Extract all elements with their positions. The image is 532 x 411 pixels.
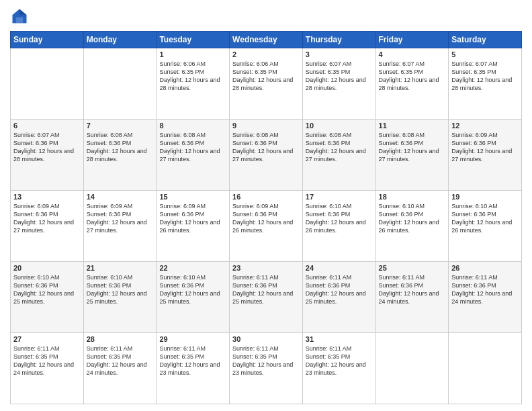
weekday-friday: Friday (375, 32, 449, 48)
day-number: 2 (232, 50, 300, 58)
day-info: Sunrise: 6:07 AMSunset: 6:35 PMDaylight:… (306, 60, 373, 93)
week-row-4: 20Sunrise: 6:10 AMSunset: 6:36 PMDayligh… (11, 262, 522, 333)
calendar-cell: 6Sunrise: 6:07 AMSunset: 6:36 PMDaylight… (11, 120, 84, 191)
weekday-tuesday: Tuesday (157, 32, 230, 48)
day-number: 27 (13, 335, 81, 343)
calendar-cell: 5Sunrise: 6:07 AMSunset: 6:35 PMDaylight… (449, 48, 522, 120)
calendar-cell: 12Sunrise: 6:09 AMSunset: 6:36 PMDayligh… (449, 120, 522, 191)
day-number: 25 (379, 264, 446, 272)
calendar-cell: 26Sunrise: 6:11 AMSunset: 6:36 PMDayligh… (449, 262, 522, 333)
week-row-5: 27Sunrise: 6:11 AMSunset: 6:35 PMDayligh… (11, 333, 522, 404)
day-number: 7 (87, 122, 154, 130)
day-info: Sunrise: 6:08 AMSunset: 6:36 PMDaylight:… (232, 131, 300, 164)
day-number: 5 (451, 50, 519, 58)
weekday-monday: Monday (83, 32, 157, 48)
weekday-wednesday: Wednesday (230, 32, 303, 48)
calendar-table: SundayMondayTuesdayWednesdayThursdayFrid… (10, 31, 522, 404)
day-info: Sunrise: 6:11 AMSunset: 6:35 PMDaylight:… (306, 345, 373, 377)
calendar-cell: 7Sunrise: 6:08 AMSunset: 6:36 PMDaylight… (83, 120, 157, 191)
svg-rect-2 (16, 17, 24, 24)
day-number: 4 (379, 50, 446, 58)
day-info: Sunrise: 6:07 AMSunset: 6:36 PMDaylight:… (13, 131, 81, 164)
weekday-saturday: Saturday (449, 32, 522, 48)
calendar-cell: 16Sunrise: 6:09 AMSunset: 6:36 PMDayligh… (230, 191, 303, 262)
logo (10, 7, 32, 26)
day-info: Sunrise: 6:11 AMSunset: 6:36 PMDaylight:… (232, 273, 300, 306)
day-number: 20 (13, 264, 81, 272)
day-number: 17 (306, 193, 373, 201)
day-info: Sunrise: 6:08 AMSunset: 6:36 PMDaylight:… (87, 131, 154, 164)
calendar-cell: 17Sunrise: 6:10 AMSunset: 6:36 PMDayligh… (302, 191, 375, 262)
weekday-thursday: Thursday (302, 32, 375, 48)
svg-marker-1 (19, 9, 27, 15)
calendar-cell: 13Sunrise: 6:09 AMSunset: 6:36 PMDayligh… (11, 191, 84, 262)
day-info: Sunrise: 6:09 AMSunset: 6:36 PMDaylight:… (451, 131, 519, 164)
calendar-cell: 9Sunrise: 6:08 AMSunset: 6:36 PMDaylight… (230, 120, 303, 191)
day-number: 12 (451, 122, 519, 130)
day-number: 22 (159, 264, 226, 272)
calendar-cell: 20Sunrise: 6:10 AMSunset: 6:36 PMDayligh… (11, 262, 84, 333)
day-info: Sunrise: 6:09 AMSunset: 6:36 PMDaylight:… (13, 202, 81, 235)
day-info: Sunrise: 6:09 AMSunset: 6:36 PMDaylight:… (232, 202, 300, 235)
day-info: Sunrise: 6:10 AMSunset: 6:36 PMDaylight:… (306, 202, 373, 235)
calendar-cell: 14Sunrise: 6:09 AMSunset: 6:36 PMDayligh… (83, 191, 157, 262)
logo-icon (10, 7, 29, 26)
week-row-1: 1Sunrise: 6:06 AMSunset: 6:35 PMDaylight… (11, 48, 522, 120)
day-number: 10 (306, 122, 373, 130)
calendar-cell: 19Sunrise: 6:10 AMSunset: 6:36 PMDayligh… (449, 191, 522, 262)
calendar-cell: 3Sunrise: 6:07 AMSunset: 6:35 PMDaylight… (302, 48, 375, 120)
week-row-2: 6Sunrise: 6:07 AMSunset: 6:36 PMDaylight… (11, 120, 522, 191)
day-number: 16 (232, 193, 300, 201)
day-number: 31 (306, 335, 373, 343)
day-number: 15 (159, 193, 226, 201)
day-number: 3 (306, 50, 373, 58)
weekday-sunday: Sunday (11, 32, 84, 48)
calendar-cell: 23Sunrise: 6:11 AMSunset: 6:36 PMDayligh… (230, 262, 303, 333)
day-info: Sunrise: 6:11 AMSunset: 6:35 PMDaylight:… (13, 345, 81, 377)
day-info: Sunrise: 6:10 AMSunset: 6:36 PMDaylight:… (159, 273, 226, 306)
calendar-cell: 2Sunrise: 6:06 AMSunset: 6:35 PMDaylight… (230, 48, 303, 120)
day-number: 24 (306, 264, 373, 272)
day-info: Sunrise: 6:11 AMSunset: 6:36 PMDaylight:… (451, 273, 519, 306)
day-info: Sunrise: 6:11 AMSunset: 6:35 PMDaylight:… (87, 345, 154, 377)
calendar-cell: 10Sunrise: 6:08 AMSunset: 6:36 PMDayligh… (302, 120, 375, 191)
day-info: Sunrise: 6:08 AMSunset: 6:36 PMDaylight:… (379, 131, 446, 164)
day-number: 9 (232, 122, 300, 130)
day-number: 1 (159, 50, 226, 58)
day-info: Sunrise: 6:10 AMSunset: 6:36 PMDaylight:… (451, 202, 519, 235)
calendar-cell: 15Sunrise: 6:09 AMSunset: 6:36 PMDayligh… (157, 191, 230, 262)
day-info: Sunrise: 6:08 AMSunset: 6:36 PMDaylight:… (306, 131, 373, 164)
day-number: 13 (13, 193, 81, 201)
day-number: 29 (159, 335, 226, 343)
calendar-cell: 1Sunrise: 6:06 AMSunset: 6:35 PMDaylight… (157, 48, 230, 120)
calendar-cell (375, 333, 449, 404)
day-info: Sunrise: 6:11 AMSunset: 6:35 PMDaylight:… (232, 345, 300, 377)
day-number: 30 (232, 335, 300, 343)
calendar-cell: 24Sunrise: 6:11 AMSunset: 6:36 PMDayligh… (302, 262, 375, 333)
week-row-3: 13Sunrise: 6:09 AMSunset: 6:36 PMDayligh… (11, 191, 522, 262)
day-info: Sunrise: 6:11 AMSunset: 6:36 PMDaylight:… (379, 273, 446, 306)
calendar-cell (449, 333, 522, 404)
calendar-cell: 11Sunrise: 6:08 AMSunset: 6:36 PMDayligh… (375, 120, 449, 191)
calendar-cell: 8Sunrise: 6:08 AMSunset: 6:36 PMDaylight… (157, 120, 230, 191)
day-info: Sunrise: 6:07 AMSunset: 6:35 PMDaylight:… (451, 60, 519, 93)
day-info: Sunrise: 6:11 AMSunset: 6:36 PMDaylight:… (306, 273, 373, 306)
day-info: Sunrise: 6:11 AMSunset: 6:35 PMDaylight:… (159, 345, 226, 377)
calendar-cell: 30Sunrise: 6:11 AMSunset: 6:35 PMDayligh… (230, 333, 303, 404)
day-number: 19 (451, 193, 519, 201)
day-info: Sunrise: 6:06 AMSunset: 6:35 PMDaylight:… (159, 60, 226, 93)
day-info: Sunrise: 6:09 AMSunset: 6:36 PMDaylight:… (87, 202, 154, 235)
calendar-cell: 28Sunrise: 6:11 AMSunset: 6:35 PMDayligh… (83, 333, 157, 404)
day-number: 21 (87, 264, 154, 272)
day-number: 26 (451, 264, 519, 272)
day-number: 14 (87, 193, 154, 201)
day-number: 8 (159, 122, 226, 130)
weekday-header-row: SundayMondayTuesdayWednesdayThursdayFrid… (11, 32, 522, 48)
day-info: Sunrise: 6:10 AMSunset: 6:36 PMDaylight:… (87, 273, 154, 306)
day-info: Sunrise: 6:08 AMSunset: 6:36 PMDaylight:… (159, 131, 226, 164)
day-info: Sunrise: 6:09 AMSunset: 6:36 PMDaylight:… (159, 202, 226, 235)
calendar-cell: 25Sunrise: 6:11 AMSunset: 6:36 PMDayligh… (375, 262, 449, 333)
day-info: Sunrise: 6:10 AMSunset: 6:36 PMDaylight:… (13, 273, 81, 306)
day-info: Sunrise: 6:06 AMSunset: 6:35 PMDaylight:… (232, 60, 300, 93)
day-number: 28 (87, 335, 154, 343)
